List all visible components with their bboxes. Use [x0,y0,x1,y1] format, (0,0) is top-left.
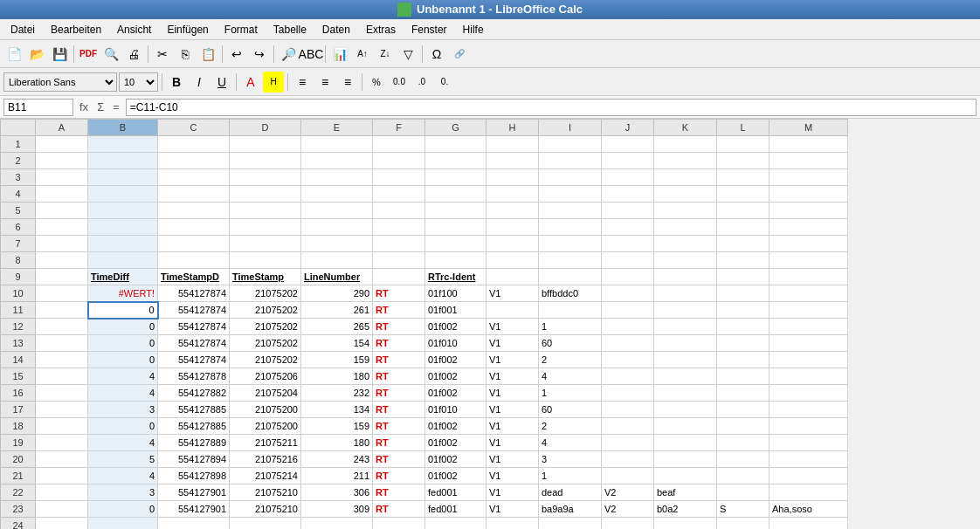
menu-daten[interactable]: Daten [315,22,357,38]
cell-b3[interactable] [88,169,158,186]
cell-c16[interactable]: 554127882 [158,385,230,402]
cell-m1[interactable] [770,136,848,153]
spreadsheet[interactable]: A B C D E F G H I J K L M 123456789TimeD… [0,119,980,529]
cell-i5[interactable] [539,203,602,219]
align-left-button[interactable]: ≡ [292,72,313,93]
cell-d24[interactable] [230,518,301,530]
cell-c17[interactable]: 554127885 [158,402,230,418]
cell-j3[interactable] [602,169,654,186]
row-header-8[interactable]: 8 [1,252,36,269]
cell-k5[interactable] [654,203,717,219]
row-header-12[interactable]: 12 [1,319,36,335]
cell-h16[interactable]: V1 [487,385,539,402]
cell-d2[interactable] [230,153,301,169]
cell-b10[interactable]: #WERT! [88,285,158,302]
cell-m5[interactable] [770,203,848,219]
col-header-j[interactable]: J [602,120,654,136]
cell-e12[interactable]: 265 [301,319,373,335]
cell-m20[interactable] [770,451,848,468]
cell-e11[interactable]: 261 [301,302,373,319]
cell-e3[interactable] [301,169,373,186]
cell-f5[interactable] [373,203,425,219]
cell-i4[interactable] [539,186,602,203]
cell-g1[interactable] [425,136,487,153]
cell-f11[interactable]: RT [373,302,425,319]
cell-a13[interactable] [36,335,88,352]
cell-b8[interactable] [88,252,158,269]
cell-a19[interactable] [36,435,88,451]
font-color-button[interactable]: A [240,72,261,93]
cell-j9[interactable] [602,269,654,285]
cell-e19[interactable]: 180 [301,435,373,451]
cell-k15[interactable] [654,368,717,385]
cell-a2[interactable] [36,153,88,169]
cell-d8[interactable] [230,252,301,269]
cell-k4[interactable] [654,186,717,203]
cell-m11[interactable] [770,302,848,319]
percent-button[interactable]: % [366,72,387,93]
cell-b20[interactable]: 5 [88,451,158,468]
cell-i6[interactable] [539,219,602,236]
cell-m10[interactable] [770,285,848,302]
row-header-22[interactable]: 22 [1,484,36,501]
cell-f22[interactable]: RT [373,484,425,501]
cell-h7[interactable] [487,236,539,252]
cell-e8[interactable] [301,252,373,269]
cell-l21[interactable] [717,468,770,484]
cell-j6[interactable] [602,219,654,236]
cell-j17[interactable] [602,402,654,418]
cell-g13[interactable]: 01f010 [425,335,487,352]
cell-b21[interactable]: 4 [88,468,158,484]
cell-f18[interactable]: RT [373,418,425,435]
cell-g14[interactable]: 01f002 [425,352,487,368]
cell-h18[interactable]: V1 [487,418,539,435]
cell-i20[interactable]: 3 [539,451,602,468]
cell-k10[interactable] [654,285,717,302]
cell-k1[interactable] [654,136,717,153]
menu-ansicht[interactable]: Ansicht [110,22,158,38]
cell-l15[interactable] [717,368,770,385]
row-header-11[interactable]: 11 [1,302,36,319]
cell-b23[interactable]: 0 [88,501,158,518]
cell-k11[interactable] [654,302,717,319]
row-header-4[interactable]: 4 [1,186,36,203]
cell-g9[interactable]: RTrc-Ident [425,269,487,285]
cell-g24[interactable] [425,518,487,530]
export-pdf-button[interactable]: PDF [78,44,99,65]
cell-h4[interactable] [487,186,539,203]
cell-g4[interactable] [425,186,487,203]
cell-l17[interactable] [717,402,770,418]
cell-l7[interactable] [717,236,770,252]
cell-h19[interactable]: V1 [487,435,539,451]
row-header-20[interactable]: 20 [1,451,36,468]
cell-h17[interactable]: V1 [487,402,539,418]
cell-j19[interactable] [602,435,654,451]
cell-k6[interactable] [654,219,717,236]
cell-a3[interactable] [36,169,88,186]
cell-d11[interactable]: 21075202 [230,302,301,319]
cell-k23[interactable]: b0a2 [654,501,717,518]
cell-d7[interactable] [230,236,301,252]
row-header-16[interactable]: 16 [1,385,36,402]
cell-l10[interactable] [717,285,770,302]
cell-l23[interactable]: S [717,501,770,518]
cell-l22[interactable] [717,484,770,501]
cell-j10[interactable] [602,285,654,302]
cell-i18[interactable]: 2 [539,418,602,435]
cell-l1[interactable] [717,136,770,153]
cell-m18[interactable] [770,418,848,435]
cell-b4[interactable] [88,186,158,203]
cell-j4[interactable] [602,186,654,203]
cell-m24[interactable] [770,518,848,530]
highlight-button[interactable]: H [263,72,284,93]
cell-h11[interactable] [487,302,539,319]
cell-i10[interactable]: bffbddc0 [539,285,602,302]
cell-a7[interactable] [36,236,88,252]
row-header-2[interactable]: 2 [1,153,36,169]
cell-e21[interactable]: 211 [301,468,373,484]
cell-c21[interactable]: 554127898 [158,468,230,484]
cell-m22[interactable] [770,484,848,501]
cell-i7[interactable] [539,236,602,252]
cell-b5[interactable] [88,203,158,219]
cell-g18[interactable]: 01f002 [425,418,487,435]
